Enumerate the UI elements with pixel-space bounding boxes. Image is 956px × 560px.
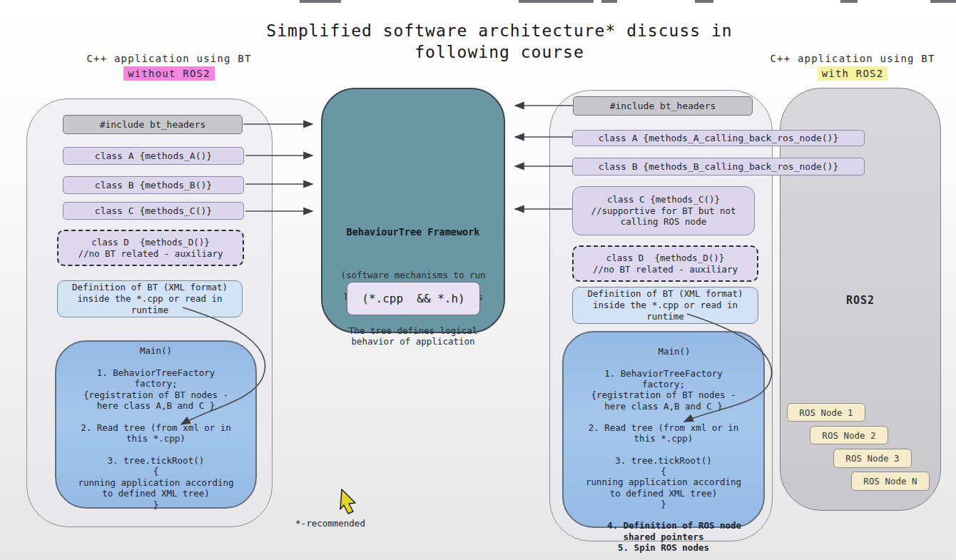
left-column-header-text: C++ application using BT [86, 53, 251, 64]
right-xml-definition-box: Definition of BT (XML format) inside the… [572, 287, 758, 324]
left-main-box: Main() 1. BehaviorTreeFactory factory; {… [55, 340, 257, 509]
left-class-c-box: class C {methods_C()} [63, 202, 244, 220]
top-edge-artifact [519, 0, 594, 3]
ros-node-3: ROS Node 3 [833, 449, 912, 468]
right-class-d-box: class D {methods_D()} //no BT related - … [572, 245, 758, 282]
mouse-cursor-icon [340, 489, 355, 514]
framework-files-box: (*.cpp && *.h) [347, 282, 480, 315]
right-main-box: Main() 1. BehaviorTreeFactory factory; {… [562, 331, 765, 528]
right-class-b-box: class B {methods_B_calling_back_ros_node… [572, 158, 865, 175]
ros-node-2: ROS Node 2 [810, 426, 888, 444]
framework-title: BehaviourTree Framework [322, 226, 504, 238]
ros2-label: ROS2 [780, 294, 941, 307]
top-edge-artifact [300, 0, 341, 3]
architecture-diagram: Simplified software architecture* discus… [0, 0, 956, 560]
ros-node-n: ROS Node N [851, 472, 930, 491]
left-column-header-highlight: without ROS2 [123, 66, 215, 81]
top-edge-artifact [695, 0, 713, 3]
left-class-d-box: class D {methods_D()} //no BT related - … [57, 230, 244, 266]
right-column-header: C++ application using BT with ROS2 [753, 51, 952, 81]
left-xml-definition-box: Definition of BT (XML format) inside the… [57, 280, 243, 317]
right-main-body: Main() 1. BehaviorTreeFactory factory; {… [586, 346, 741, 509]
right-class-a-box: class A {methods_A_calling_back_ros_node… [572, 130, 865, 146]
left-include-box: #include bt_headers [63, 115, 243, 134]
top-edge-artifact [930, 0, 956, 3]
right-include-box: #include bt_headers [573, 96, 753, 116]
top-edge-artifact [840, 0, 858, 3]
page-title: Simplified software architecture* discus… [250, 20, 749, 63]
right-column-header-text: C++ application using BT [770, 53, 935, 64]
footnote-recommended: *-recommended [284, 518, 377, 529]
left-class-b-box: class B {methods_B()} [63, 176, 244, 194]
ros-node-1: ROS Node 1 [787, 403, 865, 422]
left-class-a-box: class A {methods_A()} [63, 147, 244, 165]
right-column-header-highlight: with ROS2 [818, 66, 888, 81]
right-class-c-box: class C {methods_C()} //supportive for B… [572, 186, 755, 235]
top-edge-artifact [601, 0, 617, 3]
left-column-header: C++ application using BT without ROS2 [69, 51, 269, 81]
